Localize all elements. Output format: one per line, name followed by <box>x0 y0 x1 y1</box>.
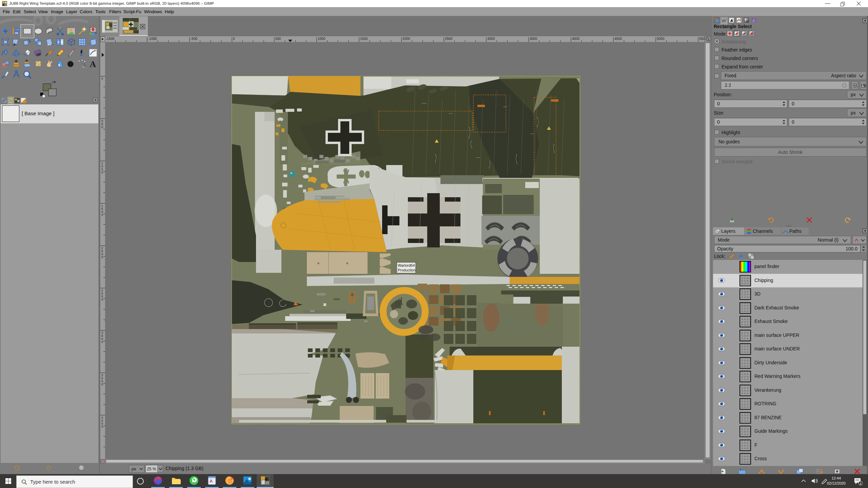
svg-text:0: 0 <box>101 213 103 217</box>
svg-text:-1000: -1000 <box>148 37 157 41</box>
svg-text:0: 0 <box>101 77 103 80</box>
svg-text:Production: Production <box>398 268 416 272</box>
svg-text:5000: 5000 <box>657 37 665 41</box>
svg-text:1000: 1000 <box>318 37 326 41</box>
svg-text:3500: 3500 <box>530 37 537 41</box>
svg-text:0: 0 <box>101 383 103 386</box>
svg-text:0: 0 <box>233 37 235 41</box>
svg-text:0: 0 <box>101 125 103 129</box>
svg-text:A: A <box>210 479 213 484</box>
svg-text:0: 0 <box>101 171 103 174</box>
svg-text:0: 0 <box>101 425 103 428</box>
svg-text:-500: -500 <box>191 37 197 41</box>
svg-text:0: 0 <box>101 298 103 301</box>
svg-text:-1500: -1500 <box>106 37 115 41</box>
svg-text:1500: 1500 <box>360 37 368 41</box>
svg-text:A: A <box>90 59 96 69</box>
svg-text:0: 0 <box>101 256 103 259</box>
svg-text:500: 500 <box>275 37 281 41</box>
svg-text:Warlord64: Warlord64 <box>398 263 415 267</box>
svg-text:0: 0 <box>101 340 103 344</box>
svg-text:2: 2 <box>860 482 862 485</box>
svg-text:2000: 2000 <box>402 37 410 41</box>
svg-text:4000: 4000 <box>572 37 580 41</box>
svg-text:3000: 3000 <box>487 37 495 41</box>
svg-text:5500: 5500 <box>699 37 705 41</box>
svg-text:2500: 2500 <box>445 37 453 41</box>
svg-text:4500: 4500 <box>614 37 622 41</box>
